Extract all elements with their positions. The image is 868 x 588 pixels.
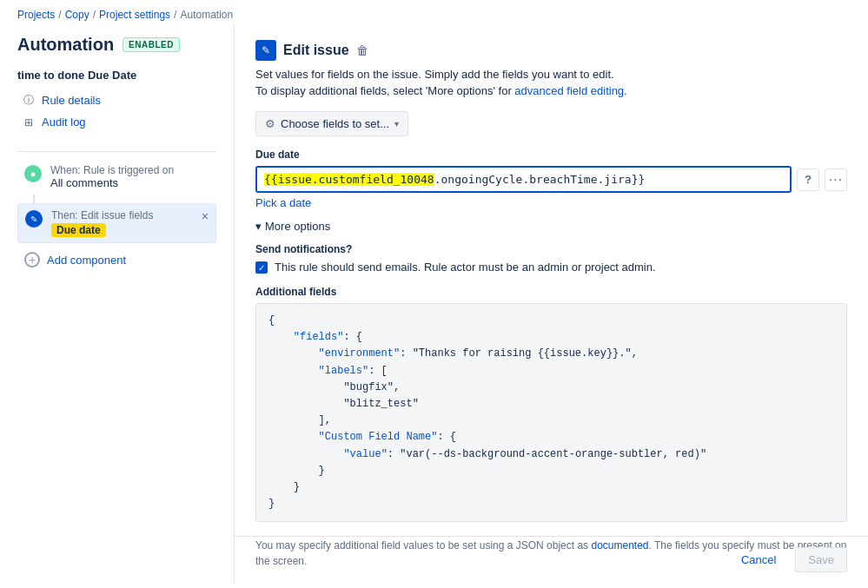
document-icon: ⊞	[23, 116, 35, 129]
more-options-button[interactable]: ···	[825, 168, 847, 191]
sidebar-title: Automation	[17, 35, 114, 55]
breadcrumb-sep-1: /	[58, 9, 61, 21]
sidebar-item-audit-log[interactable]: ⊞ Audit log	[17, 112, 216, 132]
plus-icon: +	[24, 252, 40, 268]
rule-name: time to done Due Date	[17, 69, 216, 82]
help-button[interactable]: ?	[797, 168, 819, 191]
choose-fields-label: Choose fields to set...	[281, 117, 389, 130]
action-bar: Cancel Save	[235, 536, 868, 583]
content-area: ✎ Edit issue 🗑 Set values for fields on …	[235, 26, 868, 583]
checkbox-row: ✓ This rule should send emails. Rule act…	[255, 261, 847, 274]
more-options-toggle[interactable]: ▾ More options	[255, 220, 847, 233]
content-title: Edit issue	[283, 43, 349, 58]
checkmark-icon: ✓	[258, 263, 265, 273]
breadcrumb: Projects / Copy / Project settings / Aut…	[0, 0, 868, 26]
content-desc-2-prefix: To display additional fields, select 'Mo…	[255, 84, 514, 97]
content-desc-2: To display additional fields, select 'Mo…	[255, 84, 847, 97]
field-value-highlight: {{issue.customfield_10048	[264, 173, 434, 186]
breadcrumb-sep-3: /	[174, 9, 176, 21]
add-component-label: Add component	[47, 254, 126, 267]
step-content-trigger: When: Rule is triggered on All comments	[50, 164, 209, 189]
enabled-badge: ENABLED	[123, 37, 180, 52]
breadcrumb-project-settings[interactable]: Project settings	[99, 9, 170, 21]
edit-icon: ✎	[255, 40, 276, 61]
workflow-steps: ● When: Rule is triggered on All comment…	[17, 159, 216, 243]
chevron-down-icon: ▾	[394, 119, 399, 129]
info-icon: ⓘ	[23, 95, 35, 107]
sidebar-divider	[17, 151, 216, 152]
step-connector	[33, 195, 35, 203]
additional-fields-section: Additional fields { "fields": { "environ…	[255, 282, 847, 522]
step-content-action: Then: Edit issue fields Due date	[51, 209, 193, 237]
sidebar-item-rule-details[interactable]: ⓘ Rule details	[17, 90, 216, 110]
advanced-field-link[interactable]: advanced field editing	[514, 84, 624, 97]
gear-icon: ⚙	[265, 117, 275, 130]
notification-section: Send notifications? ✓ This rule should s…	[255, 243, 847, 274]
breadcrumb-sep-2: /	[93, 9, 96, 21]
sidebar-item-label: Rule details	[42, 94, 101, 107]
step-label-trigger: When: Rule is triggered on	[50, 164, 209, 176]
cancel-button[interactable]: Cancel	[729, 548, 788, 571]
step-icon-action: ✎	[25, 210, 43, 228]
step-value-trigger: All comments	[50, 176, 209, 189]
due-date-field-label: Due date	[255, 149, 847, 161]
breadcrumb-copy[interactable]: Copy	[65, 9, 89, 21]
step-label-action: Then: Edit issue fields	[51, 209, 193, 221]
field-value-plain: .ongoingCycle.breachTime.jira}}	[434, 173, 646, 186]
step-tag-action: Due date	[51, 223, 106, 237]
notification-label: Send notifications?	[255, 243, 847, 255]
add-component[interactable]: + Add component	[17, 247, 216, 273]
trash-icon[interactable]: 🗑	[356, 43, 368, 57]
json-editor[interactable]: { "fields": { "environment": "Thanks for…	[255, 303, 847, 522]
chevron-down-icon: ▾	[255, 220, 262, 233]
sidebar: Automation ENABLED time to done Due Date…	[0, 26, 235, 583]
content-header: ✎ Edit issue 🗑	[255, 40, 847, 61]
field-input-box[interactable]: {{issue.customfield_10048.ongoingCycle.b…	[255, 166, 792, 193]
step-trigger[interactable]: ● When: Rule is triggered on All comment…	[17, 159, 216, 195]
step-action[interactable]: ✎ Then: Edit issue fields Due date ×	[17, 203, 216, 243]
choose-fields-button[interactable]: ⚙ Choose fields to set... ▾	[255, 111, 408, 136]
sidebar-nav: ⓘ Rule details ⊞ Audit log	[17, 90, 216, 132]
breadcrumb-automation: Automation	[180, 9, 233, 21]
breadcrumb-projects[interactable]: Projects	[17, 9, 55, 21]
sidebar-item-label: Audit log	[42, 116, 86, 129]
step-icon-trigger: ●	[24, 165, 42, 182]
more-options-section: Send notifications? ✓ This rule should s…	[255, 243, 847, 569]
field-input-row: {{issue.customfield_10048.ongoingCycle.b…	[255, 166, 847, 193]
send-notifications-checkbox[interactable]: ✓	[255, 261, 268, 274]
save-button[interactable]: Save	[795, 547, 847, 572]
more-options-label: More options	[265, 220, 330, 233]
additional-fields-label: Additional fields	[255, 286, 847, 298]
pick-date-link[interactable]: Pick a date	[255, 196, 847, 209]
checkbox-label: This rule should send emails. Rule actor…	[275, 261, 656, 274]
content-desc-1: Set values for fields on the issue. Simp…	[255, 68, 847, 81]
close-icon[interactable]: ×	[202, 209, 209, 223]
sidebar-header: Automation ENABLED	[17, 35, 216, 55]
